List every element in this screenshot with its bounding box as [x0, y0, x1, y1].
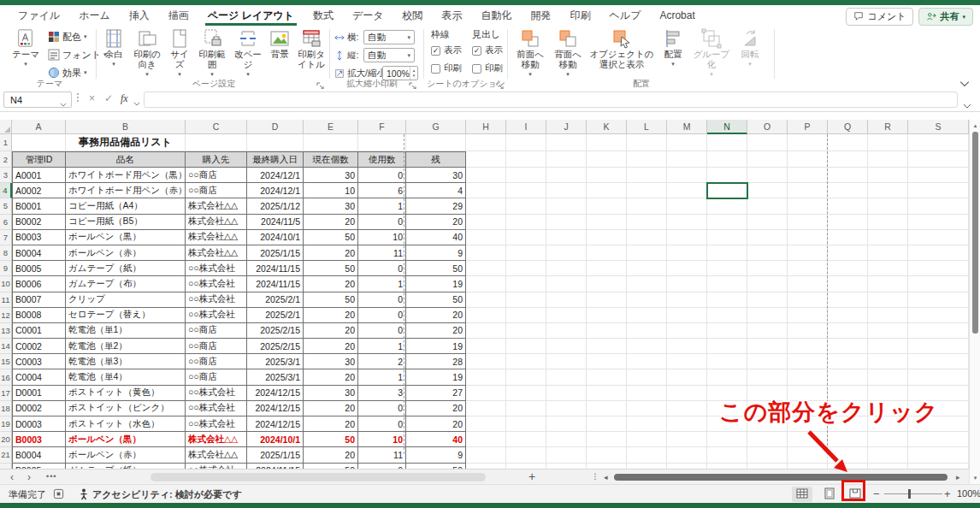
- ribbon-tab-5[interactable]: 数式: [304, 5, 343, 26]
- cell-E5[interactable]: 30: [304, 198, 358, 214]
- cell-O9[interactable]: [747, 261, 788, 276]
- cell-B10[interactable]: ガムテープ（布）: [66, 276, 186, 292]
- cell-F3[interactable]: 0: [358, 168, 406, 183]
- cell-O15[interactable]: [747, 354, 788, 369]
- cell-F9[interactable]: 0: [358, 261, 406, 276]
- cell-B18[interactable]: ポストイット（ピンク）: [66, 401, 186, 416]
- cell-P3[interactable]: [788, 168, 828, 183]
- cell-N8[interactable]: [707, 245, 747, 261]
- cell-D17[interactable]: 2024/12/15: [247, 386, 304, 401]
- cell-F14[interactable]: 1: [358, 339, 406, 354]
- cell-M18[interactable]: [667, 401, 707, 416]
- row-header-12[interactable]: 12: [0, 308, 12, 323]
- margins-button[interactable]: 余白 ▾: [99, 28, 128, 67]
- cell-N11[interactable]: [707, 292, 747, 308]
- cell-S15[interactable]: [908, 354, 969, 369]
- cell-J9[interactable]: [546, 261, 587, 276]
- macro-record-icon[interactable]: [53, 488, 64, 499]
- cell-B9[interactable]: ガムテープ（紙）: [66, 261, 186, 276]
- cell-E4[interactable]: 10: [304, 183, 358, 198]
- cell-Q6[interactable]: [828, 215, 868, 230]
- cell-J14[interactable]: [546, 339, 587, 354]
- row-header-3[interactable]: 3: [0, 168, 12, 183]
- cell-N3[interactable]: [707, 168, 747, 183]
- cell-J3[interactable]: [546, 168, 587, 183]
- cell-L7[interactable]: [627, 230, 667, 245]
- zoom-slider-track[interactable]: [884, 493, 942, 494]
- cell-G4[interactable]: 4: [406, 183, 466, 198]
- cell-J2[interactable]: [546, 151, 587, 168]
- cell-J6[interactable]: [546, 215, 587, 230]
- cell-R3[interactable]: [868, 168, 908, 183]
- row-header-11[interactable]: 11: [0, 292, 12, 308]
- cell-M19[interactable]: [667, 416, 707, 432]
- cell-I2[interactable]: [506, 151, 546, 168]
- cell-L14[interactable]: [627, 339, 667, 354]
- cell-G19[interactable]: 20: [406, 416, 466, 432]
- cell-O13[interactable]: [747, 323, 788, 339]
- row-header-4[interactable]: 4: [0, 183, 12, 198]
- sheet-nav-right-icon[interactable]: ›: [27, 470, 31, 484]
- cell-F18[interactable]: 0: [358, 401, 406, 416]
- size-button[interactable]: サイズ ▾: [166, 28, 193, 77]
- cell-Q1[interactable]: [828, 134, 868, 151]
- cell-Q13[interactable]: [828, 323, 868, 339]
- row-header-16[interactable]: 16: [0, 369, 12, 385]
- theme-fonts-button[interactable]: フォント ▾: [48, 47, 107, 62]
- cell-A1[interactable]: [12, 134, 66, 151]
- cell-L16[interactable]: [627, 369, 667, 385]
- cell-M3[interactable]: [667, 168, 707, 183]
- cell-G1[interactable]: [406, 134, 466, 151]
- cell-B2[interactable]: 品名: [66, 151, 186, 168]
- cell-R7[interactable]: [868, 230, 908, 245]
- cell-M6[interactable]: [667, 215, 707, 230]
- cell-J17[interactable]: [546, 386, 587, 401]
- cell-P10[interactable]: [788, 276, 828, 292]
- cell-H3[interactable]: [466, 168, 506, 183]
- cell-C9[interactable]: ○○株式会社: [186, 261, 247, 276]
- cell-G10[interactable]: 19: [406, 276, 466, 292]
- print-area-button[interactable]: 印刷範囲 ▾: [195, 28, 229, 77]
- cell-H12[interactable]: [466, 308, 506, 323]
- cell-B20[interactable]: ボールペン（黒）: [66, 432, 186, 447]
- themes-button[interactable]: テーマ ▾: [9, 28, 43, 67]
- cell-L11[interactable]: [627, 292, 667, 308]
- cell-I4[interactable]: [506, 183, 546, 198]
- cell-R11[interactable]: [868, 292, 908, 308]
- cell-O16[interactable]: [747, 369, 788, 385]
- cell-Q7[interactable]: [828, 230, 868, 245]
- cell-R9[interactable]: [868, 261, 908, 276]
- cell-S7[interactable]: [908, 230, 969, 245]
- cell-C17[interactable]: ○○株式会社: [186, 386, 247, 401]
- cell-L12[interactable]: [627, 308, 667, 323]
- cell-S10[interactable]: [908, 276, 969, 292]
- column-header-A[interactable]: A: [12, 120, 66, 134]
- cell-A3[interactable]: A0001: [12, 168, 66, 183]
- cell-D12[interactable]: 2025/2/1: [247, 308, 304, 323]
- cell-F20[interactable]: 10: [358, 432, 406, 447]
- cell-K16[interactable]: [587, 369, 627, 385]
- cell-R1[interactable]: [868, 134, 908, 151]
- cell-G12[interactable]: 20: [406, 308, 466, 323]
- cell-D11[interactable]: 2025/2/1: [247, 292, 304, 308]
- cell-M5[interactable]: [667, 198, 707, 214]
- row-header-20[interactable]: 20: [0, 432, 12, 447]
- cell-F16[interactable]: 1: [358, 369, 406, 385]
- cell-A10[interactable]: B0006: [12, 276, 66, 292]
- cell-R2[interactable]: [868, 151, 908, 168]
- cell-D10[interactable]: 2024/11/15: [247, 276, 304, 292]
- cell-D4[interactable]: 2024/12/1: [247, 183, 304, 198]
- cell-I16[interactable]: [506, 369, 546, 385]
- orientation-button[interactable]: 印刷の向き ▾: [130, 28, 164, 77]
- cell-L15[interactable]: [627, 354, 667, 369]
- row-header-9[interactable]: 9: [0, 261, 12, 276]
- cell-A16[interactable]: C0004: [12, 369, 66, 385]
- cell-J7[interactable]: [546, 230, 587, 245]
- cell-D21[interactable]: 2025/1/15: [247, 447, 304, 463]
- cell-G9[interactable]: 50: [406, 261, 466, 276]
- cell-N9[interactable]: [707, 261, 747, 276]
- column-header-C[interactable]: C: [186, 120, 247, 134]
- sheet-nav-more-icon[interactable]: •••: [46, 470, 56, 483]
- cell-K13[interactable]: [587, 323, 627, 339]
- cell-N20[interactable]: [707, 432, 747, 447]
